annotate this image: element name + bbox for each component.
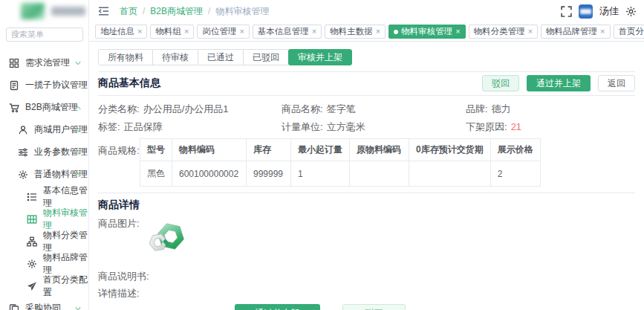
tag-basic-info[interactable]: 基本信息管理× xyxy=(253,25,322,39)
tab-pending-review[interactable]: 待审核 xyxy=(152,49,198,65)
reject-button-top[interactable]: 驳回 xyxy=(482,75,519,91)
table-icon xyxy=(27,214,37,225)
sidebar-item-label: 基本信息管理 xyxy=(43,184,88,210)
sidebar-item-material-brand[interactable]: 物料品牌管理 xyxy=(0,253,88,275)
approve-shelve-button-bottom[interactable]: 通过并上架 xyxy=(235,304,320,310)
cell-zero-stock-delivery xyxy=(409,161,491,187)
chevron-up-icon xyxy=(74,171,82,178)
cart-icon xyxy=(9,103,19,113)
sidebar-item-demand-pool[interactable]: 需求池管理 xyxy=(0,52,88,74)
breadcrumb: 首页 / B2B商城管理 / 物料审核管理 xyxy=(120,5,269,18)
sidebar-item-procurement[interactable]: 采购协同 xyxy=(0,297,88,310)
user-icon xyxy=(18,125,28,135)
settings-gear-icon[interactable] xyxy=(625,6,637,17)
close-icon[interactable]: × xyxy=(137,28,142,36)
breadcrumb-home[interactable]: 首页 xyxy=(120,5,137,18)
sidebar-item-label: 需求池管理 xyxy=(25,56,70,69)
breadcrumb-section[interactable]: B2B商城管理 xyxy=(150,5,203,18)
cell-model: 黑色 xyxy=(140,161,172,187)
divider xyxy=(98,71,635,72)
tag-material-review-active[interactable]: 物料审核管理× xyxy=(388,25,465,39)
cell-stock: 999999 xyxy=(247,161,291,187)
search-input[interactable] xyxy=(6,28,83,42)
tag-label: 物料品牌管理 xyxy=(546,26,597,37)
chevron-down-icon xyxy=(74,305,82,310)
field-tag: 标签:正品保障 xyxy=(98,120,282,133)
col-min-order: 最小起订量 xyxy=(291,139,350,161)
close-icon[interactable]: × xyxy=(455,28,460,36)
sidebar-item-basic-info[interactable]: 基本信息管理 xyxy=(0,186,88,208)
col-material-code: 物料编码 xyxy=(172,139,247,161)
tag-label: 物料审核管理 xyxy=(401,26,452,37)
tag-address-info[interactable]: 地址信息× xyxy=(95,25,147,39)
collapse-menu-icon[interactable] xyxy=(98,6,109,16)
breadcrumb-current: 物料审核管理 xyxy=(215,5,269,18)
col-stock: 库存 xyxy=(247,139,291,161)
tag-material-master[interactable]: 物料主数据× xyxy=(325,25,386,39)
tab-review-and-shelve[interactable]: 审核并上架 xyxy=(288,49,352,65)
sitemap-icon xyxy=(27,236,37,247)
tag-label: 地址信息 xyxy=(100,26,134,37)
close-icon[interactable]: × xyxy=(312,28,316,36)
detail-description-label: 详情描述: xyxy=(98,287,635,300)
sidebar-item-general-material[interactable]: 普通物料管理 xyxy=(0,164,88,186)
sidebar-item-label: 物料审核管理 xyxy=(43,207,88,232)
reject-button-bottom[interactable]: 驳回 xyxy=(342,304,406,310)
spec-table: 型号 物料编码 库存 最小起订量 原物料编码 0库存预计交货期 展示价格 黑色 xyxy=(140,138,541,187)
field-category-name: 分类名称:办公用品/办公用品1 xyxy=(98,103,282,115)
chevron-down-icon xyxy=(74,59,82,67)
username[interactable]: 汤佳 xyxy=(599,4,619,18)
tag-home-category[interactable]: 首页分类配置× xyxy=(614,25,644,39)
col-model: 型号 xyxy=(140,139,172,161)
tab-rejected[interactable]: 已驳回 xyxy=(243,49,289,65)
sidebar-item-agreement[interactable]: 一揽子协议管理 xyxy=(0,74,88,97)
divider xyxy=(98,95,635,96)
approve-shelve-button-top[interactable]: 通过并上架 xyxy=(527,75,591,91)
tags-view-bar: 地址信息× 物料组× 岗位管理× 基本信息管理× 物料主数据× 物料审核管理× … xyxy=(89,22,644,42)
tag-label: 物料主数据 xyxy=(330,26,373,37)
fullscreen-icon[interactable] xyxy=(561,6,572,17)
top-bar: 首页 / B2B商城管理 / 物料审核管理 汤佳 xyxy=(89,0,644,22)
basic-info-fields: 分类名称:办公用品/办公用品1 商品名称:签字笔 品牌:德力 标签:正品保障 计… xyxy=(98,103,635,133)
sidebar-item-business-params[interactable]: 业务参数管理 xyxy=(0,141,88,164)
cell-orig-code xyxy=(350,161,409,187)
sidebar-item-b2b-mall[interactable]: B2B商城管理 xyxy=(0,97,88,119)
sidebar-item-material-category[interactable]: 物料分类管理 xyxy=(0,230,88,253)
list-icon xyxy=(27,192,37,202)
back-button[interactable]: 返回 xyxy=(598,75,635,91)
divider xyxy=(98,193,635,193)
sidebar-item-label: 一揽子协议管理 xyxy=(25,79,88,91)
sidebar-item-label: 物料品牌管理 xyxy=(43,251,88,277)
spec-table-label: 商品规格: xyxy=(98,138,140,187)
sidebar-item-mall-users[interactable]: 商城用户管理 xyxy=(0,119,88,141)
section-title-product-detail: 商品详情 xyxy=(98,198,635,212)
grid-icon xyxy=(9,58,19,68)
close-icon[interactable]: × xyxy=(528,28,533,36)
tab-all-materials[interactable]: 所有物料 xyxy=(98,49,153,65)
tag-label: 岗位管理 xyxy=(202,26,236,37)
product-manual-label: 商品说明书: xyxy=(98,270,635,282)
copy-icon xyxy=(9,303,19,310)
tag-material-category[interactable]: 物料分类管理× xyxy=(469,25,538,39)
product-image-thumbnail[interactable] xyxy=(146,217,189,258)
field-brand: 品牌:德力 xyxy=(466,103,635,115)
close-icon[interactable]: × xyxy=(239,28,244,36)
app-brand-text xyxy=(51,7,85,16)
chevron-down-icon xyxy=(74,149,82,156)
tag-label: 基本信息管理 xyxy=(258,26,309,37)
avatar[interactable] xyxy=(579,4,593,19)
close-icon[interactable]: × xyxy=(600,28,605,36)
tag-label: 物料分类管理 xyxy=(474,26,525,37)
sidebar-item-home-category[interactable]: 首页分类配置 xyxy=(0,275,88,297)
tag-material-group[interactable]: 物料组× xyxy=(150,25,194,39)
section-title-basic-info: 商品基本信息 xyxy=(98,77,160,90)
close-icon[interactable]: × xyxy=(184,28,189,36)
sidebar-item-label: 采购协同 xyxy=(25,302,61,310)
cell-material-code: 600100000002 xyxy=(172,161,247,187)
close-icon[interactable]: × xyxy=(376,28,380,36)
sidebar-item-material-review[interactable]: 物料审核管理 xyxy=(0,208,88,230)
tag-material-brand[interactable]: 物料品牌管理× xyxy=(541,25,610,39)
tag-post-mgmt[interactable]: 岗位管理× xyxy=(197,25,249,39)
tab-passed[interactable]: 已通过 xyxy=(198,49,244,65)
sidebar-item-label: 首页分类配置 xyxy=(43,274,88,299)
